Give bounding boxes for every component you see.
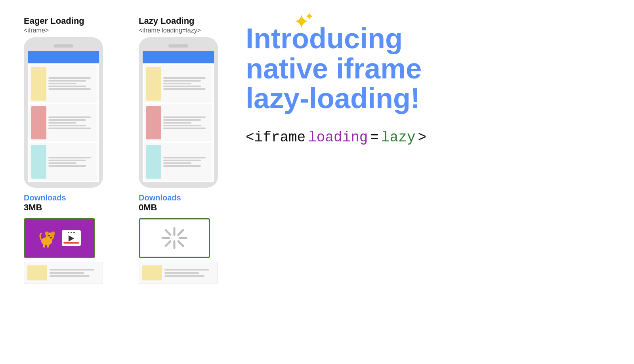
lazy-downloads-label: Downloads bbox=[139, 193, 230, 202]
lazy-bottom-card-row bbox=[139, 262, 218, 284]
eager-bottom-card-row bbox=[24, 262, 103, 284]
lazy-downloads-info: Downloads 0MB bbox=[139, 193, 230, 213]
sparkle-small-icon: ✦ bbox=[305, 10, 314, 23]
svg-line-13 bbox=[178, 241, 183, 246]
left-section: Eager Loading <iframe> bbox=[24, 16, 230, 284]
svg-point-5 bbox=[48, 235, 50, 236]
lazy-phone bbox=[139, 37, 218, 188]
code-lazy: lazy bbox=[381, 130, 415, 146]
lazy-downloads-size: 0MB bbox=[139, 202, 230, 213]
lazy-label: Lazy Loading <iframe loading=lazy> bbox=[139, 16, 230, 34]
phone-notch bbox=[53, 44, 73, 48]
lazy-subtitle: <iframe loading=lazy> bbox=[139, 27, 230, 34]
intro-line3: lazy-loading! bbox=[246, 82, 420, 114]
dog-icon bbox=[38, 228, 59, 248]
svg-line-12 bbox=[166, 230, 170, 235]
play-bar bbox=[63, 242, 79, 244]
lazy-bottom-card-lines bbox=[164, 265, 214, 280]
phone-card-2 bbox=[29, 104, 97, 142]
eager-downloads-size: 3MB bbox=[24, 202, 115, 213]
lazy-loading-column: Lazy Loading <iframe loading=lazy> bbox=[139, 16, 230, 284]
lazy-phone-card-1 bbox=[144, 65, 212, 103]
svg-line-15 bbox=[166, 241, 170, 246]
eager-bottom-card bbox=[24, 262, 103, 284]
lazy-phone-notch bbox=[168, 44, 188, 48]
intro-heading: Introducing native iframe lazy-loading! bbox=[246, 24, 610, 114]
lazy-phone-header bbox=[143, 51, 214, 63]
phone-card-1 bbox=[29, 65, 97, 103]
svg-point-4 bbox=[50, 237, 52, 238]
code-loading: loading bbox=[308, 130, 368, 146]
lazy-phone-screen bbox=[143, 51, 214, 182]
card-lines-1 bbox=[48, 67, 95, 101]
eager-iframe-box bbox=[24, 218, 95, 258]
code-close: > bbox=[418, 130, 427, 146]
card-image-red bbox=[31, 106, 46, 140]
play-button bbox=[62, 230, 81, 246]
code-equals: = bbox=[370, 130, 379, 146]
card-lines-3 bbox=[48, 145, 95, 179]
card-lines-2 bbox=[48, 106, 95, 140]
card-image-yellow bbox=[31, 67, 46, 101]
svg-rect-6 bbox=[43, 244, 45, 248]
eager-subtitle: <iframe> bbox=[24, 27, 115, 34]
eager-phone-screen bbox=[28, 51, 99, 182]
lazy-bottom-card bbox=[139, 262, 218, 284]
bottom-card-img bbox=[27, 265, 47, 280]
main-container: ✦ ✦ Eager Loading <iframe> bbox=[0, 0, 634, 364]
lazy-iframe-preview bbox=[139, 218, 218, 258]
right-section: Introducing native iframe lazy-loading! … bbox=[230, 16, 610, 146]
play-dots bbox=[68, 232, 75, 233]
svg-rect-7 bbox=[47, 244, 49, 248]
intro-line1: Introducing bbox=[246, 23, 403, 54]
intro-line2: native iframe bbox=[246, 53, 422, 84]
eager-iframe-preview bbox=[24, 218, 103, 258]
bottom-card-lines bbox=[50, 265, 99, 280]
eager-title: Eager Loading bbox=[24, 16, 115, 26]
phone-content bbox=[28, 63, 99, 182]
eager-phone bbox=[24, 37, 103, 188]
card-image-cyan bbox=[31, 145, 46, 179]
sparkle-decoration: ✦ ✦ bbox=[293, 12, 310, 32]
lazy-bottom-card-img bbox=[142, 265, 162, 280]
code-iframe-open: <iframe bbox=[246, 130, 306, 146]
play-icon bbox=[69, 235, 74, 242]
eager-downloads-label: Downloads bbox=[24, 193, 115, 202]
lazy-phone-card-2 bbox=[144, 104, 212, 142]
phone-card-3 bbox=[29, 143, 97, 181]
lazy-title: Lazy Loading bbox=[139, 16, 230, 26]
eager-loading-column: Eager Loading <iframe> bbox=[24, 16, 115, 284]
eager-label: Eager Loading <iframe> bbox=[24, 16, 115, 34]
code-snippet: <iframe loading = lazy > bbox=[246, 130, 610, 146]
lazy-phone-content bbox=[143, 63, 214, 182]
lazy-phone-card-3 bbox=[144, 143, 212, 181]
lazy-spinner bbox=[160, 226, 188, 250]
eager-downloads-info: Downloads 3MB bbox=[24, 193, 115, 213]
phone-header bbox=[28, 51, 99, 63]
svg-line-14 bbox=[178, 230, 183, 235]
lazy-iframe-box bbox=[139, 218, 210, 258]
